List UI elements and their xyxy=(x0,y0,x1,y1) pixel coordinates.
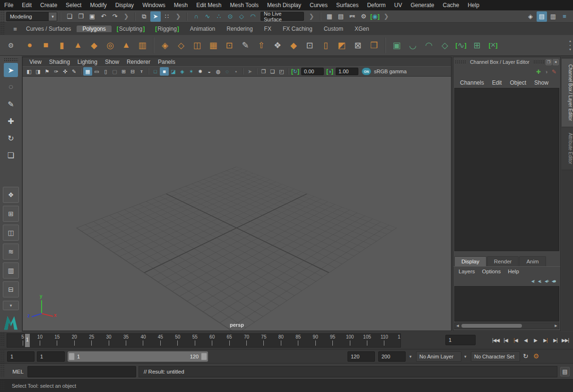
viewport-canvas[interactable]: y x z persp xyxy=(23,77,451,331)
sidebar-tab[interactable]: Channel Box / Layer Editor xyxy=(562,59,573,127)
panel-grip[interactable] xyxy=(533,60,545,64)
grease-pencil-icon[interactable]: ✎ xyxy=(69,67,78,76)
sidebar-tab[interactable]: Attribute Editor xyxy=(562,127,573,170)
separator[interactable] xyxy=(243,68,243,75)
save-scene-icon[interactable]: ▣ xyxy=(87,11,97,22)
separator[interactable] xyxy=(320,12,321,21)
motion-blur-icon[interactable]: ◌ xyxy=(223,67,232,76)
quad-draw-icon[interactable]: ◩ xyxy=(335,38,349,53)
new-layer-from-selected-icon[interactable]: ◂● xyxy=(552,278,556,284)
mel-input[interactable] xyxy=(27,366,136,377)
mel-label[interactable]: MEL xyxy=(10,369,26,375)
color-management-toggle[interactable]: ON xyxy=(362,68,371,75)
menu-item[interactable]: Edit xyxy=(17,0,36,10)
poly-cube-icon[interactable]: ■ xyxy=(39,38,53,53)
range-slider[interactable]: 1 120 xyxy=(68,351,208,362)
menu-item[interactable]: Curves xyxy=(305,0,332,10)
multi-cut-icon[interactable]: ✎ xyxy=(238,38,252,53)
menu-item[interactable]: Select xyxy=(61,0,86,10)
play-backwards-button[interactable]: ◀ xyxy=(521,334,530,346)
float-panel-button[interactable]: ❐ xyxy=(546,59,552,65)
redo-icon[interactable]: ↷ xyxy=(110,11,120,22)
separator[interactable] xyxy=(187,12,188,21)
menu-item[interactable]: File xyxy=(0,0,17,10)
snap-to-curve-icon[interactable]: ∿ xyxy=(202,11,213,22)
poly-sphere-icon[interactable]: ● xyxy=(23,38,37,53)
toolbar-grip[interactable] xyxy=(0,10,4,22)
panel-grip[interactable] xyxy=(455,60,466,64)
menu-item[interactable]: UV xyxy=(390,0,407,10)
contrast-icon[interactable]: [◑] xyxy=(325,67,334,76)
separate-icon[interactable]: ◇ xyxy=(174,38,188,53)
separator[interactable] xyxy=(80,68,81,75)
safe-title-icon[interactable]: T xyxy=(137,67,146,76)
current-time-field[interactable]: 1 xyxy=(445,335,476,345)
channel-box-menu-item[interactable]: Channels xyxy=(457,77,489,88)
make-live-icon[interactable]: ◠ xyxy=(248,11,258,22)
shelf-tab[interactable]: Polygons xyxy=(77,26,111,32)
undo-icon[interactable]: ↶ xyxy=(98,11,109,22)
menu-item[interactable]: Cache xyxy=(438,0,463,10)
close-panel-button[interactable]: ✕ xyxy=(553,59,559,65)
separator[interactable] xyxy=(148,68,149,75)
smooth-icon[interactable]: ⊡ xyxy=(222,38,236,53)
help-grip[interactable] xyxy=(0,380,4,390)
resolution-gate-icon[interactable]: ▯ xyxy=(101,67,110,76)
menu-item[interactable]: Create xyxy=(36,0,61,10)
film-gate-icon[interactable]: ▭ xyxy=(92,67,101,76)
gate-mask-icon[interactable]: ▢ xyxy=(110,67,119,76)
animation-preferences-icon[interactable]: ⚙ xyxy=(533,352,539,360)
center-pivot-icon[interactable]: ❒ xyxy=(367,38,381,53)
layer-editor-tab[interactable]: Render xyxy=(487,256,519,266)
separator[interactable] xyxy=(60,12,61,21)
layout-hypershade-persp-button[interactable]: ▥ xyxy=(3,262,19,279)
cylindrical-mapping-icon[interactable]: ◡ xyxy=(406,38,420,53)
shelf-tab[interactable]: Curves / Surfaces xyxy=(20,26,77,32)
command-grip[interactable] xyxy=(0,364,4,377)
timeline-grip[interactable] xyxy=(0,332,4,346)
new-empty-layer-icon[interactable]: ◂+ xyxy=(545,278,548,284)
exposure-icon[interactable]: [↻] xyxy=(291,67,300,76)
isolate-remove-icon[interactable]: ◰ xyxy=(277,67,286,76)
shelf-tab[interactable]: XGen xyxy=(349,26,375,32)
shelf-tab[interactable]: FX Caching xyxy=(277,26,318,32)
xyz-axis-icon[interactable]: ✚ xyxy=(536,69,541,75)
select-tool[interactable]: ➤ xyxy=(4,63,18,77)
channel-box-menu-item[interactable]: Show xyxy=(531,77,554,88)
anim-layer-selector[interactable]: No Anim Layer xyxy=(416,351,461,362)
shelf-tab[interactable]: Animation xyxy=(184,26,221,32)
shelf-tab[interactable]: FX xyxy=(259,26,277,32)
bevel-icon[interactable]: ❖ xyxy=(270,38,285,53)
command-result[interactable]: // Result: untitled xyxy=(139,366,557,377)
ambient-occlusion-icon[interactable]: ◍ xyxy=(214,67,223,76)
menu-item[interactable]: Generate xyxy=(406,0,438,10)
grid-toggle-icon[interactable]: ▦ xyxy=(83,67,92,76)
panel-menu-item[interactable]: Show xyxy=(102,57,124,66)
menu-item[interactable]: Mesh Display xyxy=(263,0,305,10)
gear-icon[interactable]: ⚙ xyxy=(0,42,22,49)
layer-move-down-icon[interactable]: ◂↓ xyxy=(538,278,541,284)
go-to-start-button[interactable]: |◀◀ xyxy=(491,334,501,346)
extrude-icon[interactable]: ⇧ xyxy=(254,38,269,53)
playback-start-field[interactable]: 1 xyxy=(37,351,65,362)
flyout-arrow[interactable]: ❯ xyxy=(381,11,391,22)
panel-menu-item[interactable]: Renderer xyxy=(124,57,155,66)
panel-menu-item[interactable]: Panels xyxy=(155,57,180,66)
automatic-mapping-icon[interactable]: ◇ xyxy=(438,38,452,53)
panel-menu-item[interactable]: View xyxy=(26,57,46,66)
flyout-arrow[interactable]: ❯ xyxy=(121,11,131,22)
uv-editor-icon[interactable]: ⊞ xyxy=(470,38,484,53)
snap-to-grid-icon[interactable]: ∩ xyxy=(191,11,201,22)
animation-start-field[interactable]: 1 xyxy=(7,351,35,362)
anti-aliasing-icon[interactable]: ▪ xyxy=(232,67,241,76)
rotate-tool[interactable]: ↻ xyxy=(4,131,18,145)
render-settings-icon[interactable]: ⚙ xyxy=(358,11,369,22)
render-current-frame-icon[interactable]: ▤ xyxy=(336,11,346,22)
channel-list-area[interactable] xyxy=(454,88,559,251)
textured-mode-icon[interactable]: ◪ xyxy=(169,67,178,76)
range-start-handle[interactable] xyxy=(69,353,75,360)
poly-cylinder-icon[interactable]: ▮ xyxy=(55,38,69,53)
snap-to-view-plane-icon[interactable]: ◇ xyxy=(236,11,247,22)
layout-four-pane-button[interactable]: ⊞ xyxy=(3,206,19,222)
use-default-material-icon[interactable]: ◈ xyxy=(178,67,187,76)
